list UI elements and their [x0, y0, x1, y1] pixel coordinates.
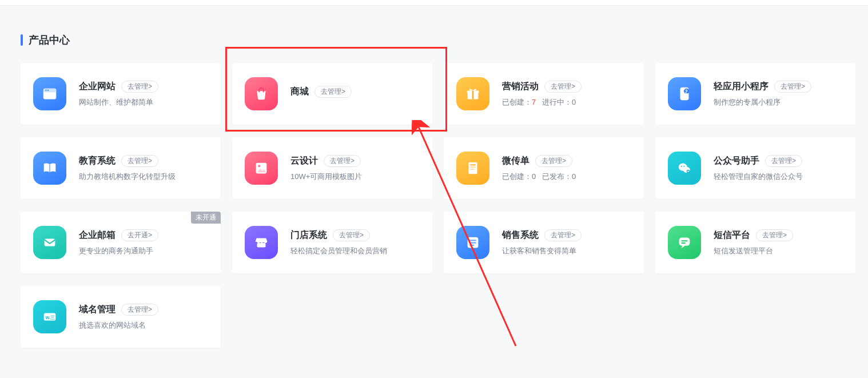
card-subtitle: 让获客和销售变得简单 — [502, 246, 632, 256]
card-wechat-oa[interactable]: 公众号助手 去管理> 轻松管理自家的微信公众号 — [655, 137, 855, 199]
card-website[interactable]: 企业网站 去管理> 网站制作、维护都简单 — [21, 63, 221, 125]
list-icon — [456, 226, 489, 259]
product-center-section: 产品中心 企业网站 去管理> 网站制作、维护都简单 商城 — [0, 6, 868, 348]
published-value: 0 — [572, 172, 576, 181]
card-title: 域名管理 — [79, 304, 116, 316]
manage-button[interactable]: 去管理> — [324, 155, 361, 167]
svg-rect-6 — [472, 90, 474, 99]
svg-rect-13 — [470, 164, 475, 165]
svg-rect-22 — [257, 243, 266, 248]
card-design[interactable]: 云设计 去管理> 10W+可商用模板图片 — [232, 137, 432, 199]
svg-rect-14 — [470, 166, 475, 168]
svg-rect-28 — [681, 240, 687, 241]
gift-icon — [456, 77, 489, 110]
svg-point-18 — [681, 166, 682, 167]
svg-text:W.三: W.三 — [46, 315, 55, 320]
card-miniapp[interactable]: 轻应用小程序 去管理> 制作您的专属小程序 — [655, 63, 855, 125]
svg-point-2 — [45, 90, 47, 91]
svg-rect-12 — [469, 162, 477, 174]
cards-grid: 企业网站 去管理> 网站制作、维护都简单 商城 去管理> — [21, 63, 847, 348]
svg-rect-15 — [470, 169, 474, 170]
running-label: 进行中： — [542, 98, 572, 106]
manage-button[interactable]: 去管理> — [544, 229, 582, 241]
running-value: 0 — [572, 98, 576, 106]
manage-button[interactable]: 去管理> — [333, 229, 370, 241]
inactive-badge: 未开通 — [191, 212, 221, 224]
svg-rect-29 — [681, 242, 686, 244]
open-button[interactable]: 去开通> — [121, 229, 158, 241]
image-icon — [245, 152, 278, 185]
manage-button[interactable]: 去管理> — [121, 81, 158, 93]
svg-rect-1 — [43, 89, 57, 93]
card-title: 销售系统 — [502, 229, 539, 241]
card-subtitle: 网站制作、维护都简单 — [79, 97, 209, 108]
section-title-text: 产品中心 — [29, 33, 70, 47]
page-icon — [456, 152, 489, 185]
miniprogram-icon — [668, 77, 701, 110]
card-marketing[interactable]: 营销活动 去管理> 已创建：7 进行中：0 — [444, 63, 644, 125]
card-mail[interactable]: 未开通 企业邮箱 去开通> 更专业的商务沟通助手 — [21, 212, 221, 273]
card-title: 短信平台 — [714, 229, 750, 241]
card-domain[interactable]: W.三 域名管理 去管理> 挑选喜欢的网站域名 — [21, 286, 221, 348]
manage-button[interactable]: 去管理> — [756, 229, 793, 241]
card-title: 商城 — [290, 86, 309, 98]
wechat-icon — [668, 152, 701, 185]
mail-icon — [33, 226, 66, 259]
svg-rect-24 — [469, 240, 476, 241]
card-education[interactable]: 教育系统 去管理> 助力教培机构数字化转型升级 — [21, 137, 221, 199]
svg-point-11 — [258, 165, 260, 167]
card-shop[interactable]: 商城 去管理> — [232, 63, 432, 125]
manage-button[interactable]: 去管理> — [765, 155, 802, 167]
svg-rect-26 — [469, 245, 474, 246]
card-flyer[interactable]: 微传单 去管理> 已创建：0 已发布：0 — [444, 137, 644, 199]
card-subtitle: 轻松搞定会员管理和会员营销 — [290, 246, 421, 256]
svg-rect-25 — [469, 242, 476, 244]
card-title: 营销活动 — [502, 81, 539, 93]
created-value: 7 — [532, 98, 536, 106]
card-subtitle: 挑选喜欢的网站域名 — [79, 320, 209, 331]
storefront-icon — [245, 226, 278, 259]
card-stats: 已创建：0 已发布：0 — [502, 172, 632, 182]
section-header: 产品中心 — [21, 33, 847, 47]
shopping-bag-icon — [245, 77, 278, 110]
top-banner — [0, 0, 868, 6]
domain-icon: W.三 — [33, 300, 66, 333]
published-label: 已发布： — [542, 172, 572, 181]
manage-button[interactable]: 去管理> — [544, 81, 582, 93]
svg-point-8 — [684, 89, 689, 94]
card-subtitle: 10W+可商用模板图片 — [290, 172, 421, 182]
browser-window-icon — [33, 77, 66, 110]
manage-button[interactable]: 去管理> — [535, 155, 572, 167]
card-title: 公众号助手 — [714, 155, 759, 167]
card-sales[interactable]: 销售系统 去管理> 让获客和销售变得简单 — [444, 212, 644, 273]
book-icon — [33, 152, 66, 185]
card-store[interactable]: 门店系统 去管理> 轻松搞定会员管理和会员营销 — [232, 212, 432, 273]
created-label: 已创建： — [502, 98, 532, 106]
card-title: 微传单 — [502, 155, 529, 167]
card-subtitle: 制作您的专属小程序 — [714, 97, 844, 108]
svg-point-19 — [684, 166, 685, 167]
card-subtitle: 助力教培机构数字化转型升级 — [79, 172, 209, 182]
manage-button[interactable]: 去管理> — [121, 304, 158, 316]
accent-bar — [21, 34, 23, 46]
created-label: 已创建： — [502, 172, 532, 181]
svg-rect-21 — [45, 238, 55, 246]
manage-button[interactable]: 去管理> — [774, 81, 811, 93]
sms-icon — [668, 226, 701, 259]
card-title: 教育系统 — [79, 155, 116, 167]
card-title: 云设计 — [290, 155, 318, 167]
card-subtitle: 短信发送管理平台 — [714, 246, 844, 256]
card-subtitle: 轻松管理自家的微信公众号 — [714, 172, 844, 182]
manage-button[interactable]: 去管理> — [121, 155, 158, 167]
created-value: 0 — [532, 172, 536, 181]
card-stats: 已创建：7 进行中：0 — [502, 97, 632, 108]
svg-point-3 — [47, 90, 49, 91]
svg-rect-27 — [679, 238, 690, 246]
manage-button[interactable]: 去管理> — [314, 86, 352, 98]
card-title: 企业邮箱 — [79, 229, 116, 241]
card-subtitle: 更专业的商务沟通助手 — [79, 246, 209, 256]
card-sms[interactable]: 短信平台 去管理> 短信发送管理平台 — [655, 212, 855, 273]
card-title: 门店系统 — [290, 229, 327, 241]
card-title: 企业网站 — [79, 81, 116, 93]
card-title: 轻应用小程序 — [714, 81, 769, 93]
